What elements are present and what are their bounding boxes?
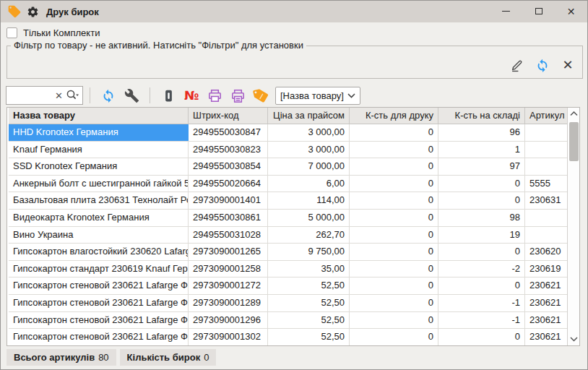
column-header-price[interactable]: Ціна за прайсом bbox=[268, 108, 350, 124]
cell-barcode[interactable]: 2949550031028 bbox=[189, 227, 268, 244]
cell-price[interactable]: 3 000,00 bbox=[268, 124, 350, 141]
vertical-scrollbar[interactable] bbox=[567, 108, 579, 345]
table-row[interactable]: Видеокарта Kronotex Германия294955003086… bbox=[9, 210, 567, 227]
maximize-button[interactable] bbox=[522, 1, 555, 22]
cell-qty_stock[interactable]: 0 bbox=[438, 192, 525, 209]
cell-price[interactable]: 7 000,00 bbox=[268, 158, 350, 175]
cell-article[interactable] bbox=[525, 142, 567, 158]
cell-qty_stock[interactable]: 0 bbox=[438, 278, 525, 294]
cell-qty_print[interactable]: 0 bbox=[350, 329, 438, 345]
cell-barcode[interactable]: 2973090001296 bbox=[189, 312, 268, 329]
cell-article[interactable] bbox=[525, 210, 567, 226]
cell-price[interactable]: 5 000,00 bbox=[268, 210, 350, 226]
table-row[interactable]: Гипсокартон стеновой 230621 Lafarge Фран… bbox=[9, 312, 567, 330]
table-row[interactable]: HHD Kronotex Германия29495500308473 000,… bbox=[9, 124, 567, 142]
cell-barcode[interactable]: 2949550030847 bbox=[189, 124, 268, 141]
cell-qty_stock[interactable]: 19 bbox=[438, 227, 525, 244]
cell-barcode[interactable]: 2973090001258 bbox=[189, 261, 268, 278]
close-filter-button[interactable]: ✕ bbox=[559, 56, 576, 74]
cell-price[interactable]: 52,50 bbox=[268, 295, 350, 311]
cell-qty_print[interactable]: 0 bbox=[350, 192, 438, 209]
cell-name[interactable]: Гипсокартон стеновой 230621 Lafarge Фран… bbox=[9, 329, 189, 345]
scroll-up-button[interactable] bbox=[568, 108, 579, 120]
cell-article[interactable]: 230619 bbox=[525, 261, 567, 278]
cell-qty_stock[interactable]: 97 bbox=[438, 158, 525, 175]
cell-qty_print[interactable]: 0 bbox=[350, 278, 438, 294]
cell-qty_print[interactable]: 0 bbox=[350, 227, 438, 244]
cell-price[interactable]: 35,00 bbox=[268, 261, 350, 278]
table-row[interactable]: Базальтовая плита 230631 Технолайт Росси… bbox=[9, 192, 567, 210]
settings-button[interactable] bbox=[122, 86, 141, 105]
cell-article[interactable]: 230621 bbox=[525, 312, 567, 329]
cell-qty_print[interactable]: 0 bbox=[350, 158, 438, 175]
cell-barcode[interactable]: 2949550030861 bbox=[189, 210, 268, 226]
print-list-button[interactable] bbox=[228, 86, 247, 105]
cell-name[interactable]: Видеокарта Kronotex Германия bbox=[9, 210, 189, 226]
cell-qty_stock[interactable]: 98 bbox=[438, 210, 525, 226]
only-kits-checkbox[interactable] bbox=[7, 27, 17, 38]
cell-name[interactable]: SSD Kronotex Германия bbox=[9, 158, 189, 175]
cell-article[interactable]: 230631 bbox=[525, 192, 567, 209]
cell-qty_print[interactable]: 0 bbox=[350, 124, 438, 141]
cell-qty_stock[interactable]: -1 bbox=[438, 312, 525, 329]
refresh-filter-button[interactable] bbox=[534, 56, 551, 74]
column-header-name[interactable]: Назва товару bbox=[9, 108, 189, 124]
cell-qty_print[interactable]: 0 bbox=[350, 176, 438, 192]
cell-qty_stock[interactable]: -1 bbox=[438, 295, 525, 311]
search-options-button[interactable] bbox=[66, 89, 82, 102]
cell-name[interactable]: Гипсокартон стеновой 230621 Lafarge Фран… bbox=[9, 312, 189, 329]
cell-article[interactable]: 230621 bbox=[525, 295, 567, 311]
cell-article[interactable]: 230621 bbox=[525, 278, 567, 294]
table-row[interactable]: Knauf Германия29495500308233 000,0001 bbox=[9, 142, 567, 159]
cell-name[interactable]: Анкерный болт с шестигранной гайкой 5555 bbox=[9, 176, 189, 192]
cell-barcode[interactable]: 2949550030854 bbox=[189, 158, 268, 175]
cell-qty_print[interactable]: 0 bbox=[350, 142, 438, 158]
table-row[interactable]: Гипсокартон стандарт 230619 Knauf Герман… bbox=[9, 261, 567, 278]
cell-name[interactable]: Базальтовая плита 230631 Технолайт Росси… bbox=[9, 192, 189, 209]
table-row[interactable]: SSD Kronotex Германия29495500308547 000,… bbox=[9, 158, 567, 176]
cell-qty_stock[interactable]: -2 bbox=[438, 261, 525, 278]
cell-barcode[interactable]: 2973090001265 bbox=[189, 244, 268, 260]
cell-price[interactable]: 52,50 bbox=[268, 312, 350, 329]
cell-qty_stock[interactable]: 0 bbox=[438, 329, 525, 345]
cell-article[interactable] bbox=[525, 158, 567, 175]
cell-qty_print[interactable]: 0 bbox=[350, 261, 438, 278]
cell-name[interactable]: Гипсокартон стандарт 230619 Knauf Герман… bbox=[9, 261, 189, 278]
cell-name[interactable]: Гипсокартон стеновой 230621 Lafarge Фран… bbox=[9, 295, 189, 311]
table-row[interactable]: Вино Украина2949550031028262,70019 bbox=[9, 227, 567, 244]
column-header-qty_stock[interactable]: К-сть на складі bbox=[438, 108, 525, 124]
column-header-article[interactable]: Артикул bbox=[525, 108, 567, 124]
cell-qty_stock[interactable]: 0 bbox=[438, 176, 525, 192]
cell-qty_print[interactable]: 0 bbox=[350, 312, 438, 329]
cell-article[interactable]: 230621 bbox=[525, 329, 567, 345]
cell-price[interactable]: 262,70 bbox=[268, 227, 350, 244]
cell-name[interactable]: Вино Украина bbox=[9, 227, 189, 244]
cell-barcode[interactable]: 2949550020664 bbox=[189, 176, 268, 192]
table-row[interactable]: Гипсокартон стеновой 230621 Lafarge Фран… bbox=[9, 329, 567, 345]
refresh-list-button[interactable] bbox=[99, 86, 118, 105]
table-row[interactable]: Гипсокартон влагостойкий 230620 Lafarge … bbox=[9, 244, 567, 261]
minimize-button[interactable] bbox=[490, 1, 522, 22]
cell-price[interactable]: 9 750,00 bbox=[268, 244, 350, 260]
cell-price[interactable]: 52,50 bbox=[268, 329, 350, 345]
table-row[interactable]: Гипсокартон стеновой 230621 Lafarge Фран… bbox=[9, 278, 567, 295]
mobile-terminal-button[interactable] bbox=[159, 86, 178, 105]
cell-barcode[interactable]: 2973090001302 bbox=[189, 329, 268, 345]
cell-qty_stock[interactable]: 96 bbox=[438, 124, 525, 141]
cell-barcode[interactable]: 2973090001401 bbox=[189, 192, 268, 209]
cell-name[interactable]: Гипсокартон стеновой 230621 Lafarge Фран… bbox=[9, 278, 189, 294]
table-row[interactable]: Анкерный болт с шестигранной гайкой 5555… bbox=[9, 176, 567, 193]
cell-qty_print[interactable]: 0 bbox=[350, 210, 438, 226]
cell-price[interactable]: 6,00 bbox=[268, 176, 350, 192]
table-row[interactable]: Гипсокартон стеновой 230621 Lafarge Фран… bbox=[9, 295, 567, 312]
cell-qty_print[interactable]: 0 bbox=[350, 295, 438, 311]
cell-article[interactable]: 5555 bbox=[525, 176, 567, 192]
close-button[interactable]: ✕ bbox=[555, 1, 587, 22]
cell-barcode[interactable]: 2973090001272 bbox=[189, 278, 268, 294]
cell-qty_print[interactable]: 0 bbox=[350, 244, 438, 260]
cell-name[interactable]: Knauf Германия bbox=[9, 142, 189, 158]
cell-price[interactable]: 114,00 bbox=[268, 192, 350, 209]
scrollbar-thumb[interactable] bbox=[569, 122, 579, 161]
cell-name[interactable]: HHD Kronotex Германия bbox=[9, 124, 189, 141]
search-clear-button[interactable]: ✕ bbox=[52, 90, 66, 101]
